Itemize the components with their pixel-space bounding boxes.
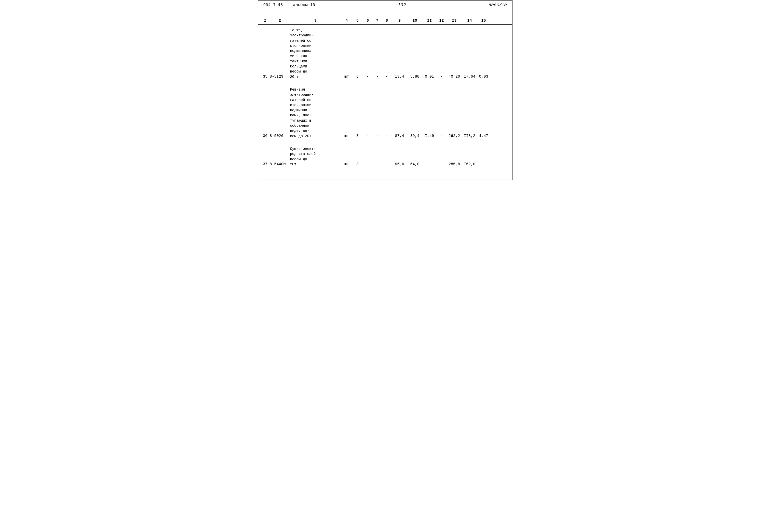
row-num: 37 (261, 162, 270, 167)
header-code: 904-I-48 (263, 3, 283, 7)
row-c12: - (437, 134, 447, 139)
row-unit: шт (341, 75, 353, 79)
col-label-7: 7 (373, 19, 382, 23)
header-center: -102- (395, 3, 409, 8)
row-c6: - (363, 162, 373, 167)
column-labels: I 2 3 4 5 6 7 8 9 IO II I2 I3 I4 I5 (258, 18, 512, 25)
row-c9: I3,4 (392, 75, 407, 79)
col-label-8: 8 (382, 19, 392, 23)
row-c7: - (373, 162, 382, 167)
row-c9: 87,4 (392, 134, 407, 139)
row-c14: I62,0 (462, 162, 477, 167)
row-description: Ревизияэлектродви-гателей состояковымипо… (290, 87, 341, 139)
table-row: 35 8-5I29 То же,электродви-гателей состо… (261, 28, 509, 79)
row-c7: - (373, 75, 382, 79)
table-row: 37 8-5440М Сушка элект-родвигателейвесом… (261, 146, 509, 167)
row-c10: 39,4 (407, 134, 423, 139)
col-label-10: IO (407, 19, 423, 23)
row-code: 8-5026 (270, 134, 290, 139)
col-label-4: 4 (341, 19, 353, 23)
col-label-6: 6 (363, 19, 373, 23)
header-album: альбом 10 (293, 3, 315, 7)
row-c13: 262,2 (447, 134, 462, 139)
row-c15: - (477, 162, 490, 167)
page: 904-I-48 альбом 10 -102- 8066/10 == ====… (258, 0, 512, 180)
row-c7: - (373, 134, 382, 139)
row-c11: I,49 (423, 134, 437, 139)
header-right: 8066/10 (488, 3, 507, 8)
row-c9: 95,6 (392, 162, 407, 167)
col-label-1: I (261, 19, 270, 23)
row-c10: 54,0 (407, 162, 423, 167)
data-rows: 35 8-5I29 То же,электродви-гателей состо… (258, 25, 512, 167)
row-num: 36 (261, 134, 270, 139)
row-c12: - (437, 75, 447, 79)
row-code: 8-5440М (270, 162, 290, 167)
row-c12: - (437, 162, 447, 167)
col-label-12: I2 (437, 19, 447, 23)
row-c13: 286,8 (447, 162, 462, 167)
row-unit: шт (341, 162, 353, 167)
col-label-9: 9 (392, 19, 407, 23)
header-left: 904-I-48 альбом 10 (263, 3, 315, 7)
row-c11: - (423, 162, 437, 167)
row-c15: 4,47 (477, 134, 490, 139)
row-c6: - (363, 75, 373, 79)
row-c8: - (382, 162, 392, 167)
content: == ========= =========== ==== ===== ====… (258, 10, 512, 180)
row-c11: 0,0I (423, 75, 437, 79)
col-label-13: I3 (447, 19, 462, 23)
row-num: 35 (261, 75, 270, 79)
row-c5: 3 (353, 134, 363, 139)
col-label-2: 2 (270, 19, 290, 23)
row-c14: I7,64 (462, 75, 477, 79)
row-c15: 0,03 (477, 75, 490, 79)
row-description: Сушка элект-родвигателейвесом до20т (290, 146, 341, 167)
deco-line: == ========= =========== ==== ===== ====… (258, 13, 512, 18)
row-c13: 40,20 (447, 75, 462, 79)
col-label-5: 5 (353, 19, 363, 23)
header: 904-I-48 альбом 10 -102- 8066/10 (258, 1, 512, 10)
row-unit: шт (341, 134, 353, 139)
col-label-15: I5 (477, 19, 490, 23)
col-label-3: 3 (290, 19, 341, 23)
row-c8: - (382, 75, 392, 79)
col-label-11: II (423, 19, 437, 23)
row-c14: II8,2 (462, 134, 477, 139)
row-c5: 3 (353, 75, 363, 79)
row-description: То же,электродви-гателей состояковымипод… (290, 28, 341, 79)
row-c5: 3 (353, 162, 363, 167)
row-c10: 5,88 (407, 75, 423, 79)
row-code: 8-5I29 (270, 75, 290, 79)
table-row: 36 8-5026 Ревизияэлектродви-гателей сост… (261, 87, 509, 139)
row-c8: - (382, 134, 392, 139)
col-label-14: I4 (462, 19, 477, 23)
row-c6: - (363, 134, 373, 139)
